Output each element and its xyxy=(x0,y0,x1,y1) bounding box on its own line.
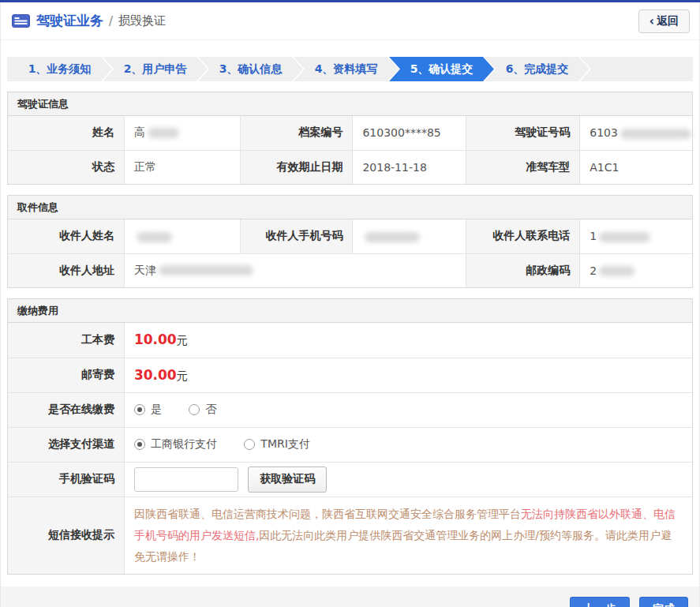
postage-fee-amount: 30.00 xyxy=(134,367,177,383)
file-number-value: 610300****85 xyxy=(353,116,466,150)
table-row: 是否在线缴费 是 否 xyxy=(8,392,692,427)
back-label: 返回 xyxy=(657,14,679,28)
section-pickup-title: 取件信息 xyxy=(8,196,692,219)
pay-channel-label: 选择支付渠道 xyxy=(8,427,124,462)
recipient-phone-label: 收件人联系电话 xyxy=(466,219,580,253)
work-fee-label: 工本费 xyxy=(8,323,124,358)
expiry-date-label: 有效期止日期 xyxy=(241,150,353,184)
step-6-complete-submit[interactable]: 6、完成提交 xyxy=(485,57,590,81)
step-wizard: 1、业务须知 2、用户申告 3、确认信息 4、资料填写 5、确认提交 6、完成提… xyxy=(7,57,693,81)
page: 驾驶证业务 / 损毁换证 ‹ 返回 1、业务须知 2、用户申告 3、确认信息 4… xyxy=(0,2,700,607)
step-3-confirm-info[interactable]: 3、确认信息 xyxy=(198,57,303,81)
recipient-name-label: 收件人姓名 xyxy=(8,219,124,253)
table-row: 姓名 高 档案编号 610300****85 驾驶证号码 6103 xyxy=(8,116,692,150)
redacted-blur xyxy=(159,265,253,275)
step-5-confirm-submit[interactable]: 5、确认提交 xyxy=(389,57,494,81)
pickup-table: 收件人姓名 收件人手机号码 收件人联系电话 1 收件人地址 天津 邮政编码 2 xyxy=(8,219,692,287)
app-title: 驾驶证业务 xyxy=(36,12,103,30)
section-license-title: 驾驶证信息 xyxy=(8,92,692,116)
redacted-blur xyxy=(599,266,634,276)
previous-step-button[interactable]: 上一步 xyxy=(570,597,630,607)
radio-selected-icon xyxy=(134,404,145,415)
pay-channel-options: 工商银行支付 TMRI支付 xyxy=(124,427,692,462)
name-label: 姓名 xyxy=(8,116,124,150)
table-row: 状态 正常 有效期止日期 2018-11-18 准驾车型 A1C1 xyxy=(8,150,692,184)
notice-segment: 因陕西省联通、电信运营商技术问题，陕西省互联网交通安全综合服务管理平台 xyxy=(134,508,521,520)
file-number-label: 档案编号 xyxy=(241,116,353,150)
section-license-info: 驾驶证信息 姓名 高 档案编号 610300****85 驾驶证号码 6103 … xyxy=(7,92,693,185)
get-code-button[interactable]: 获取验证码 xyxy=(248,466,327,493)
table-row: 选择支付渠道 工商银行支付 TMRI支付 xyxy=(8,427,692,462)
redacted-blur xyxy=(620,129,691,139)
section-payment: 缴纳费用 工本费 10.00元 邮寄费 30.00元 是否在线缴费 是 否 xyxy=(7,298,693,575)
sms-code-label: 手机验证码 xyxy=(8,462,124,496)
radio-tmri-pay[interactable]: TMRI支付 xyxy=(244,437,310,452)
table-row: 邮寄费 30.00元 xyxy=(8,358,692,392)
footer-bar: 上一步 完成 xyxy=(1,586,699,607)
postal-code-label: 邮政编码 xyxy=(466,253,580,287)
sms-notice-text: 因陕西省联通、电信运营商技术问题，陕西省互联网交通安全综合服务管理平台无法向持陕… xyxy=(124,496,692,574)
work-fee-value: 10.00元 xyxy=(124,323,692,358)
step-4-fill-data[interactable]: 4、资料填写 xyxy=(294,57,399,81)
radio-unselected-icon xyxy=(189,404,200,415)
recipient-mobile-label: 收件人手机号码 xyxy=(241,219,353,253)
postage-fee-value: 30.00元 xyxy=(124,358,692,392)
redacted-blur xyxy=(365,232,420,242)
recipient-mobile-value xyxy=(353,219,466,253)
sms-code-input[interactable] xyxy=(134,467,238,492)
radio-unselected-icon xyxy=(244,439,255,450)
vehicle-class-label: 准驾车型 xyxy=(466,150,580,184)
redacted-blur xyxy=(148,128,179,138)
work-fee-unit: 元 xyxy=(177,334,188,347)
step-1-business-notice[interactable]: 1、业务须知 xyxy=(7,57,112,81)
header: 驾驶证业务 / 损毁换证 ‹ 返回 xyxy=(1,2,699,40)
vehicle-class-value: A1C1 xyxy=(580,150,692,184)
license-card-icon xyxy=(12,14,30,28)
license-number-label: 驾驶证号码 xyxy=(466,116,580,150)
recipient-address-value: 天津 xyxy=(124,253,466,287)
back-chevron-icon: ‹ xyxy=(649,14,654,28)
section-payment-title: 缴纳费用 xyxy=(8,299,692,323)
breadcrumb-separator: / xyxy=(109,14,113,28)
license-table: 姓名 高 档案编号 610300****85 驾驶证号码 6103 状态 正常 … xyxy=(8,116,692,184)
radio-online-yes[interactable]: 是 xyxy=(134,403,162,417)
table-row: 工本费 10.00元 xyxy=(8,323,692,358)
payment-table: 工本费 10.00元 邮寄费 30.00元 是否在线缴费 是 否 选择支付渠道 xyxy=(8,323,692,574)
status-label: 状态 xyxy=(8,150,124,184)
redacted-blur xyxy=(137,232,172,242)
postage-fee-label: 邮寄费 xyxy=(8,358,124,392)
radio-online-no[interactable]: 否 xyxy=(189,403,216,417)
section-pickup-info: 取件信息 收件人姓名 收件人手机号码 收件人联系电话 1 收件人地址 天津 邮政… xyxy=(7,195,693,288)
table-row: 收件人姓名 收件人手机号码 收件人联系电话 1 xyxy=(8,219,692,253)
radio-icbc-pay[interactable]: 工商银行支付 xyxy=(134,437,217,452)
page-title: 损毁换证 xyxy=(118,13,166,28)
table-row: 手机验证码 获取验证码 xyxy=(8,462,692,496)
recipient-phone-value: 1 xyxy=(580,219,692,253)
wizard-filler xyxy=(580,57,693,81)
sms-notice-label: 短信接收提示 xyxy=(8,496,124,574)
redacted-blur xyxy=(599,232,650,242)
step-2-user-declaration[interactable]: 2、用户申告 xyxy=(103,57,208,81)
online-pay-options: 是 否 xyxy=(124,392,692,427)
table-row: 收件人地址 天津 邮政编码 2 xyxy=(8,253,692,287)
recipient-name-value xyxy=(124,219,240,253)
status-value: 正常 xyxy=(124,150,240,184)
postal-code-value: 2 xyxy=(580,253,692,287)
back-button[interactable]: ‹ 返回 xyxy=(638,9,690,33)
license-number-value: 6103 xyxy=(580,116,692,150)
postage-fee-unit: 元 xyxy=(177,369,188,382)
table-row: 短信接收提示 因陕西省联通、电信运营商技术问题，陕西省互联网交通安全综合服务管理… xyxy=(8,496,692,574)
work-fee-amount: 10.00 xyxy=(134,332,177,347)
expiry-date-value: 2018-11-18 xyxy=(353,150,466,184)
recipient-address-label: 收件人地址 xyxy=(8,253,124,287)
radio-selected-icon xyxy=(134,439,145,450)
finish-button[interactable]: 完成 xyxy=(639,597,688,607)
name-value: 高 xyxy=(124,116,240,150)
online-pay-label: 是否在线缴费 xyxy=(8,392,124,427)
sms-code-cell: 获取验证码 xyxy=(124,462,692,496)
